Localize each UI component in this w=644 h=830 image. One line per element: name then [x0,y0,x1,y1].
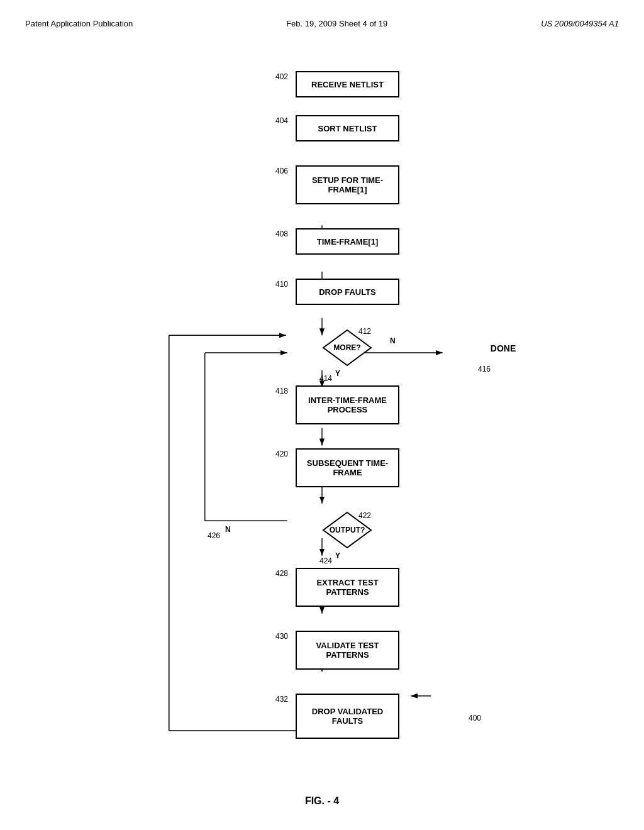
label-402: 402 [275,72,288,81]
node-404: SORT NETLIST [296,115,399,141]
label-432: 432 [275,695,288,704]
svg-text:MORE?: MORE? [333,343,360,352]
node-418: INTER-TIME-FRAME PROCESS [296,385,399,424]
node-420: SUBSEQUENT TIME- FRAME [296,448,399,487]
label-404: 404 [275,116,288,125]
node-430: VALIDATE TEST PATTERNS [296,631,399,670]
node-428: EXTRACT TEST PATTERNS [296,568,399,607]
label-410: 410 [275,280,288,289]
svg-text:OUTPUT?: OUTPUT? [330,526,365,534]
node-410: DROP FAULTS [296,279,399,305]
node-408: TIME-FRAME[1] [296,228,399,255]
label-420: 420 [275,450,288,458]
label-424: 424 [319,556,332,565]
header-right: US 2009/0049354 A1 [541,19,619,28]
node-406: SETUP FOR TIME- FRAME[1] [296,165,399,204]
arrow-n-412: N [390,336,396,345]
page: Patent Application Publication Feb. 19, … [0,0,644,830]
label-426: 426 [208,531,220,540]
label-408: 408 [275,230,288,238]
label-412: 412 [358,327,371,336]
node-432: DROP VALIDATED FAULTS [296,694,399,739]
label-428: 428 [275,569,288,578]
diagram-container: RECEIVE NETLIST 402 SORT NETLIST 404 SET… [25,41,619,783]
arrow-y-412: Y [335,369,340,378]
fig-label: FIG. - 4 [25,795,619,807]
arrow-n-422: N [225,525,231,534]
page-header: Patent Application Publication Feb. 19, … [25,13,619,41]
node-402: RECEIVE NETLIST [296,71,399,97]
label-422: 422 [358,511,371,520]
header-center: Feb. 19, 2009 Sheet 4 of 19 [286,19,387,28]
node-done: DONE [478,335,528,362]
label-418: 418 [275,387,288,396]
label-414: 414 [319,374,332,383]
header-left: Patent Application Publication [25,19,133,28]
arrow-y-422: Y [335,551,340,560]
label-400: 400 [469,714,481,722]
label-430: 430 [275,632,288,641]
label-416: 416 [478,365,491,374]
label-406: 406 [275,167,288,175]
